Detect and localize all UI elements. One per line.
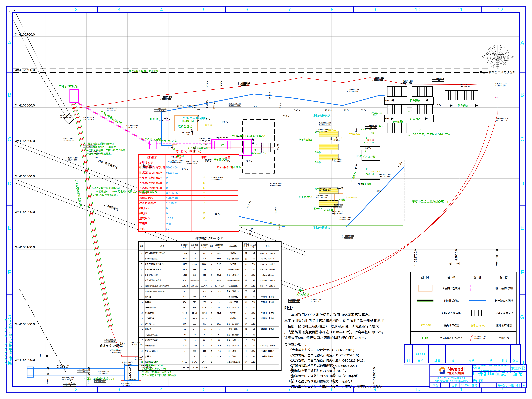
building-header-row: 编号名 称计容面积(㎡)建筑面积(㎡)基底面积(㎡)层数建筑高度(m)结构类型火…: [139, 242, 281, 251]
building-row: 2厂外4号转运站26121306653223.05框架（混凝土）丙二级1层12m…: [139, 256, 281, 261]
grid-col-ref: 5: [203, 386, 206, 392]
legend-name: 用地红线: [492, 331, 516, 344]
fig-number-cell: [479, 382, 497, 388]
coord-x: X=4166554.000: [319, 121, 331, 123]
building-cell: 半封闭，带顶棚: [256, 316, 279, 321]
building-cell: 二级: [250, 337, 256, 343]
building-cell: 930: [190, 321, 199, 327]
building-cell: 二级: [250, 348, 256, 354]
building-cell: 3: [139, 261, 145, 267]
legend-name: 运煤车辆停车位: [492, 307, 516, 319]
coord-y: Y=521933.000: [97, 372, 109, 374]
building-cell: 414: [180, 294, 190, 299]
building-cell: 二级: [250, 332, 256, 337]
building-cell: 19: [139, 348, 145, 354]
building-cell: [256, 305, 279, 310]
notes-ref-line: 《火力发电厂与变电站设计防火标准》 GB50229-2019；: [289, 358, 385, 363]
sig-value-cell: [511, 351, 520, 357]
building-cell: 5: [214, 327, 224, 332]
coord-callout: X=4166544.300Y=522420.100: [330, 137, 342, 141]
coord-y: Y=522545.000: [339, 219, 351, 221]
tech-row: 卸煤区围墙外道路用地面积52653.08㎡不参与指标计算: [139, 165, 239, 170]
coord-y: Y=522415.000: [319, 123, 331, 126]
tech-label-cell: 行政办公设施用地占比: [139, 180, 165, 185]
plan-label: 消防救援通道: [313, 225, 330, 229]
coord-callout: X=4165933.900Y=521825.785: [63, 383, 76, 386]
x-grid-label: X=4165900.0: [15, 358, 35, 362]
dimension-label: 7.75m: [194, 146, 196, 152]
building-cell: 23.05: [214, 256, 224, 261]
building-cell: 半封闭，带顶棚: [256, 294, 279, 299]
coord-callout: X=4165998.550Y=521959.102: [131, 341, 143, 345]
dimension-label: 4.75m: [182, 168, 188, 170]
building-cell: 丙: [242, 283, 250, 289]
building-cell: 9-13: [214, 278, 224, 283]
building-cell: 1: [209, 337, 214, 343]
tech-table-title: 技术经济指标: [138, 149, 239, 154]
grid-row-ref: B: [8, 92, 11, 98]
coord-x: X=4166572.698: [154, 108, 166, 109]
building-cell: 13110.90: [199, 365, 209, 370]
tech-note-cell: [216, 206, 238, 211]
building-cell: 丁: [242, 354, 250, 359]
grid-col-ref: 8: [331, 6, 334, 13]
building-cell: 二级: [250, 289, 256, 294]
building-cell: 二级: [250, 251, 256, 256]
parking-stalls: [387, 123, 407, 133]
legend-name: 室外地坪标高: [492, 319, 516, 331]
copyright-line2: 西北电力设计院对侵权者保留追索权: [435, 380, 468, 382]
dimension-label: 158.9m: [222, 121, 229, 123]
building-cell: 720(地下)+409.5(地上): [190, 278, 199, 283]
grid-col-ref: 7: [288, 6, 291, 13]
coord-y: Y=521876.021: [60, 116, 72, 118]
dimension-label: 10.0m: [337, 187, 343, 189]
sig-value-cell: [480, 351, 499, 357]
coord-callout: X=4166562.043Y=521876.021: [60, 114, 72, 118]
coord-callout: X=4166569.600Y=522174.000: [187, 104, 199, 108]
tech-label-cell: 行政办公设施用地面积: [139, 175, 165, 180]
coord-x: X=4166592.011: [238, 82, 250, 84]
coord-x: X=4166096.264: [309, 298, 321, 300]
building-cell: 框架（混凝土）: [224, 343, 242, 348]
building-cell: 1: [209, 316, 214, 321]
plan-label: 行车通道: [410, 98, 420, 102]
tech-label-cell: 车位: [139, 226, 165, 231]
tech-value-cell: 0: [165, 185, 192, 190]
building-cell: 394.8: [190, 316, 199, 321]
building-cell: 65.5: [199, 305, 209, 310]
building-cell: 二级: [250, 310, 256, 316]
coord-y: Y=522125.500: [199, 140, 211, 142]
building-cell: 二级: [250, 283, 256, 289]
dimension-label: 20.26m: [206, 80, 209, 87]
building-cell: 半封闭，带顶棚: [256, 327, 279, 332]
building-cell: 394.8: [190, 310, 199, 316]
building-header-cell: 层数: [209, 242, 214, 251]
plan-label: R15: [270, 222, 273, 223]
building-row: 14汽车采样楼930930465210.5框架（混凝土）丙二级: [139, 321, 281, 327]
legend-name: 新建卸煤区围墙: [492, 294, 516, 307]
sig-header-cell: 审 核: [480, 357, 499, 363]
dimension-label: 21.0m: [205, 139, 208, 145]
grid-col-ref: 8: [331, 386, 334, 392]
coord-callout: X=4166456.800Y=522552.085: [342, 235, 354, 239]
building-cell: 6: [214, 294, 224, 299]
coord-x: X=4166565.403: [126, 124, 138, 126]
dimension-label: 74.0m: [375, 190, 381, 192]
plan-label: 地上: [254, 149, 258, 151]
building-cell: 3100: [190, 343, 199, 348]
plan-label: 冲洗装置: [324, 208, 333, 211]
building-cell: 276: [180, 299, 190, 305]
dimension-label: 9.0m: [385, 99, 389, 102]
building-cell: [256, 359, 279, 365]
building-cell: 汽车卸煤沟地上部分通风抑尘室: [145, 289, 180, 294]
coord-y: Y=521881.723: [63, 139, 75, 141]
legend-outdoor-elev-swatch: 地坪1276.00: [470, 323, 485, 327]
building-cell: 轻车衡: [145, 299, 180, 305]
building-cell: 有效容积900m³: [256, 348, 279, 354]
building-cell: 1: [209, 305, 214, 310]
legend-title: 图 例: [448, 261, 462, 267]
coord-y: Y=521889.838: [66, 159, 78, 161]
building-cell: 重车衡: [145, 294, 180, 299]
building-cell: /: [209, 283, 214, 289]
grid-row-ref: A: [520, 40, 524, 46]
